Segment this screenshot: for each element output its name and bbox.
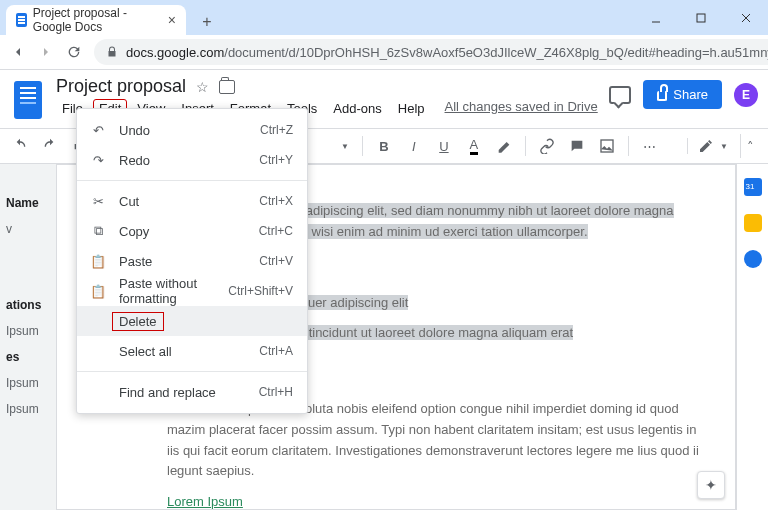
back-button[interactable] [10, 42, 26, 62]
explore-button[interactable] [697, 471, 725, 499]
comments-icon[interactable] [609, 86, 631, 104]
outline-item[interactable]: Ipsum [6, 376, 50, 390]
outline-item[interactable]: es [6, 350, 50, 364]
mode-button[interactable]: ▼ [687, 138, 728, 154]
undo-icon[interactable] [8, 134, 32, 158]
paste-icon: 📋 [89, 254, 107, 269]
url-text: docs.google.com/document/d/10DprOhHSH_6z… [126, 45, 768, 60]
address-bar[interactable]: docs.google.com/document/d/10DprOhHSH_6z… [94, 39, 768, 65]
browser-tab[interactable]: Project proposal - Google Docs × [6, 5, 186, 35]
browser-titlebar: Project proposal - Google Docs × + [0, 0, 768, 35]
insert-comment-icon[interactable] [565, 134, 589, 158]
edit-menu-dropdown: ↶ Undo Ctrl+Z ↷ Redo Ctrl+Y ✂ Cut Ctrl+X… [76, 108, 308, 414]
share-label: Share [673, 87, 708, 102]
docs-logo-icon[interactable] [10, 76, 46, 124]
share-button[interactable]: Share [643, 80, 722, 109]
tab-close-icon[interactable]: × [168, 12, 176, 28]
calendar-icon[interactable] [744, 178, 762, 196]
font-size-dropdown[interactable]: ▼ [337, 142, 353, 151]
outline-item[interactable]: Name [6, 196, 50, 210]
menu-copy[interactable]: ⧉ Copy Ctrl+C [77, 216, 307, 246]
reload-button[interactable] [66, 42, 82, 62]
tasks-icon[interactable] [744, 250, 762, 268]
menu-undo[interactable]: ↶ Undo Ctrl+Z [77, 115, 307, 145]
highlight-icon[interactable] [492, 134, 516, 158]
window-buttons [633, 0, 768, 35]
document-title[interactable]: Project proposal [56, 76, 186, 97]
text-color-icon[interactable]: A [462, 134, 486, 158]
forward-button[interactable] [38, 42, 54, 62]
menu-delete[interactable]: Delete [77, 306, 307, 336]
collapse-icon[interactable]: ˄ [740, 134, 760, 158]
delete-label: Delete [112, 312, 164, 331]
side-panel [736, 164, 768, 510]
redo-icon[interactable] [38, 134, 62, 158]
docs-favicon [16, 13, 27, 27]
browser-toolbar: docs.google.com/document/d/10DprOhHSH_6z… [0, 35, 768, 70]
italic-icon[interactable]: I [402, 134, 426, 158]
outline-item[interactable]: v [6, 222, 50, 236]
star-icon[interactable]: ☆ [196, 79, 209, 95]
minimize-button[interactable] [633, 0, 678, 35]
underline-icon[interactable]: U [432, 134, 456, 158]
outline-item[interactable]: Ipsum [6, 402, 50, 416]
share-lock-icon [657, 91, 667, 101]
keep-icon[interactable] [744, 214, 762, 232]
menu-help[interactable]: Help [392, 99, 431, 118]
outline-panel[interactable]: Name v ations Ipsum es Ipsum Ipsum [0, 164, 56, 510]
docs-avatar[interactable]: E [734, 83, 758, 107]
save-status[interactable]: All changes saved in Drive [445, 99, 598, 118]
outline-item[interactable]: Ipsum [6, 324, 50, 338]
menu-paste[interactable]: 📋 Paste Ctrl+V [77, 246, 307, 276]
body-link[interactable]: Lorem Ipsum [167, 494, 243, 509]
menu-find-replace[interactable]: Find and replace Ctrl+H [77, 377, 307, 407]
new-tab-button[interactable]: + [194, 9, 220, 35]
paste-plain-icon: 📋 [89, 284, 107, 299]
outline-item[interactable]: ations [6, 298, 50, 312]
move-icon[interactable] [219, 80, 235, 94]
pencil-icon [698, 138, 714, 154]
tab-title: Project proposal - Google Docs [33, 6, 162, 34]
insert-link-icon[interactable] [535, 134, 559, 158]
menu-redo[interactable]: ↷ Redo Ctrl+Y [77, 145, 307, 175]
lock-icon [106, 46, 118, 58]
undo-icon: ↶ [89, 123, 107, 138]
cut-icon: ✂ [89, 194, 107, 209]
more-icon[interactable]: ⋯ [638, 134, 662, 158]
insert-image-icon[interactable] [595, 134, 619, 158]
bold-icon[interactable]: B [372, 134, 396, 158]
menu-select-all[interactable]: Select all Ctrl+A [77, 336, 307, 366]
copy-icon: ⧉ [89, 223, 107, 239]
menu-paste-plain[interactable]: 📋 Paste without formatting Ctrl+Shift+V [77, 276, 307, 306]
menu-addons[interactable]: Add-ons [327, 99, 387, 118]
redo-icon: ↷ [89, 153, 107, 168]
svg-rect-1 [697, 14, 705, 22]
menu-cut[interactable]: ✂ Cut Ctrl+X [77, 186, 307, 216]
close-window-button[interactable] [723, 0, 768, 35]
maximize-button[interactable] [678, 0, 723, 35]
